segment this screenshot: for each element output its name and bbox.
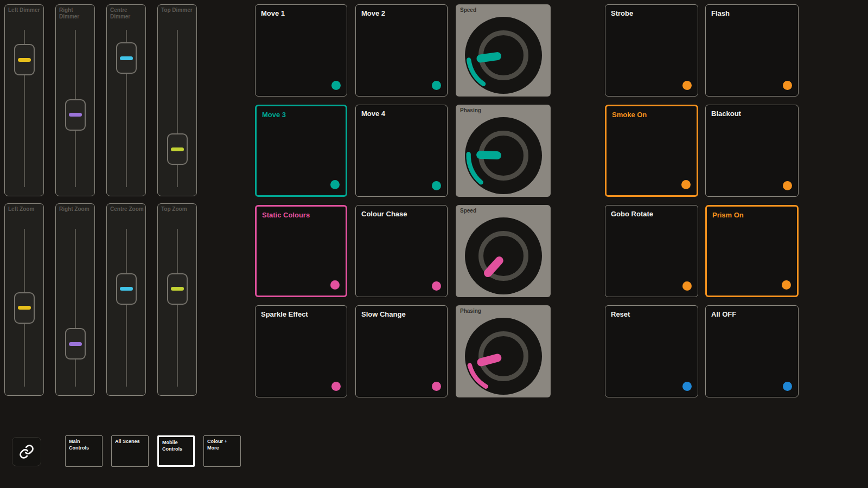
pad-move-1[interactable]: Move 1 [255,4,347,97]
fader-track[interactable] [107,30,145,187]
knob-label: Phasing [460,308,481,314]
pad-status-dot [331,81,341,90]
tab-all-scenes[interactable]: All Scenes [111,435,149,467]
pad-slow-change[interactable]: Slow Change [355,305,448,397]
pad-label: Static Colours [262,211,341,220]
fader-handle[interactable] [116,273,137,305]
fader-track[interactable] [5,30,43,187]
knob-pointer-rotation [459,11,546,98]
page-tabs: Main Controls All Scenes Mobile Controls… [65,435,241,467]
tab-label: Main Controls [69,439,89,451]
fader-track-line [177,229,178,387]
knob-phasing-colour[interactable]: Phasing [456,305,551,397]
knob-dial[interactable] [465,17,542,94]
pad-status-dot [331,382,341,391]
pad-status-dot [682,382,692,391]
fader-handle[interactable] [167,273,188,305]
fader-track[interactable] [158,30,196,187]
fader-track[interactable] [56,229,94,387]
fader-label: Right Zoom [59,206,93,213]
fader-track-line [126,229,127,387]
knob-speed-colour[interactable]: Speed [456,205,551,297]
fader-centre-dimmer[interactable]: Centre Dimmer [106,4,146,196]
fader-track[interactable] [107,229,145,387]
pad-label: Gobo Rotate [611,210,693,219]
scene-grid: Move 1 Move 2 Speed Move 3 M [255,4,551,397]
pad-move-3[interactable]: Move 3 [255,105,347,197]
pad-label: Flash [711,9,794,18]
pad-label: Colour Chase [361,210,443,219]
fader-handle-bar [18,306,31,310]
fader-label: Right Dimmer [59,7,93,20]
pad-label: Move 3 [262,111,341,119]
knob-pointer-rotation [463,115,543,195]
pad-blackout[interactable]: Blackout [705,105,799,197]
tab-main-controls[interactable]: Main Controls [65,435,103,467]
fader-handle[interactable] [65,328,86,359]
pad-move-2[interactable]: Move 2 [355,4,448,97]
pad-flash[interactable]: Flash [705,4,799,97]
fader-top-dimmer[interactable]: Top Dimmer [157,4,197,196]
fader-track[interactable] [5,229,43,387]
knob-pointer [476,352,502,367]
pad-label: Move 2 [361,9,443,18]
fader-handle[interactable] [65,99,86,131]
pad-label: Strobe [611,9,693,18]
fader-label: Left Dimmer [8,7,42,14]
pad-smoke-on[interactable]: Smoke On [605,105,698,197]
pad-prism-on[interactable]: Prism On [705,205,799,297]
fader-handle-bar [69,113,82,117]
fader-track[interactable] [56,30,94,187]
tab-colour-more[interactable]: Colour + More [203,435,241,467]
fader-handle[interactable] [14,44,35,75]
fader-right-dimmer[interactable]: Right Dimmer [55,4,95,196]
knob-phasing-movement[interactable]: Phasing [456,105,551,197]
knob-dial[interactable] [465,318,542,395]
fader-handle-bar [171,147,184,151]
knob-dial[interactable] [465,217,542,294]
pad-status-dot [682,281,692,291]
pad-reset[interactable]: Reset [605,305,698,397]
fader-grid: Left Dimmer Right Dimmer Centre Dimmer [4,4,197,396]
pad-move-4[interactable]: Move 4 [355,105,448,197]
pad-status-dot [432,81,441,90]
knob-pointer [482,254,505,278]
fader-handle[interactable] [14,292,35,324]
pad-colour-chase[interactable]: Colour Chase [355,205,448,297]
pad-gobo-rotate[interactable]: Gobo Rotate [605,205,698,297]
fader-left-dimmer[interactable]: Left Dimmer [4,4,44,196]
fader-handle[interactable] [116,42,137,74]
fader-left-zoom[interactable]: Left Zoom [4,203,44,396]
lighting-control-surface: Left Dimmer Right Dimmer Centre Dimmer [0,0,868,488]
pad-all-off[interactable]: All OFF [705,305,799,397]
fader-handle-bar [69,342,82,346]
fader-top-zoom[interactable]: Top Zoom [157,203,197,396]
fader-label: Centre Dimmer [110,7,144,20]
fader-right-zoom[interactable]: Right Zoom [55,203,95,396]
tab-label: All Scenes [115,439,140,444]
pad-status-dot [432,281,441,291]
pad-label: Move 4 [361,110,443,118]
fader-label: Top Dimmer [161,7,195,14]
fader-handle[interactable] [167,133,188,165]
fader-handle-bar [171,287,184,291]
pad-sparkle-effect[interactable]: Sparkle Effect [255,305,347,397]
pad-status-dot [783,382,792,391]
fader-handle-bar [120,287,133,291]
pad-status-dot [330,180,340,189]
fader-track[interactable] [158,229,196,387]
pad-static-colours[interactable]: Static Colours [255,205,347,297]
pad-strobe[interactable]: Strobe [605,4,698,97]
tab-mobile-controls[interactable]: Mobile Controls [157,435,195,467]
chain-link-icon [18,444,35,460]
fader-centre-zoom[interactable]: Centre Zoom [106,203,146,396]
knob-label: Speed [460,7,476,13]
link-button[interactable] [12,437,41,466]
knob-pointer [476,150,501,159]
tab-label: Colour + More [207,439,227,451]
pad-status-dot [330,280,340,290]
knob-pointer [476,52,502,63]
knob-speed-movement[interactable]: Speed [456,4,551,97]
knob-dial[interactable] [465,117,542,194]
pad-status-dot [432,181,441,190]
